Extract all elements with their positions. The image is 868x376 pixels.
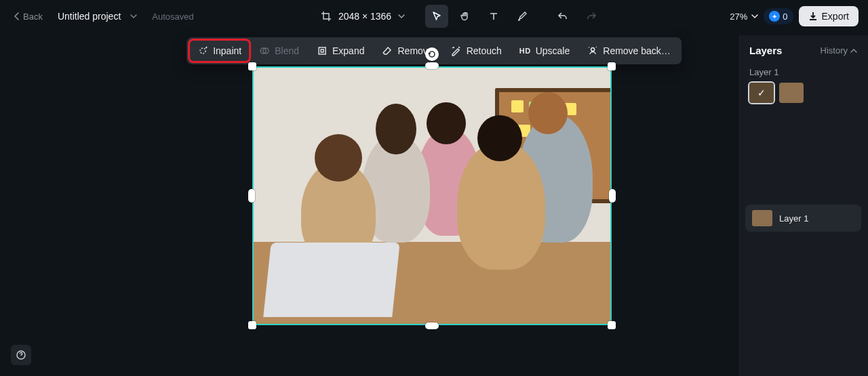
topbar-right: 27% ✦ 0 Export: [730, 6, 859, 26]
resize-handle-tl[interactable]: [248, 62, 256, 70]
zoom-control[interactable]: 27%: [730, 12, 758, 22]
tab-layers[interactable]: Layers: [749, 45, 782, 56]
dimensions-dropdown-icon: [398, 14, 405, 19]
blend-button[interactable]: Blend: [251, 40, 307, 62]
topbar-center: 2048 × 1366: [199, 5, 725, 28]
resize-handle-br[interactable]: [608, 321, 616, 329]
chevron-up-icon: [850, 48, 857, 54]
remove-bg-icon: [587, 45, 598, 56]
layer-label: Layer 1: [779, 213, 808, 224]
layer-row[interactable]: Layer 1: [745, 205, 861, 232]
svg-point-0: [200, 48, 205, 54]
inpaint-label: Inpaint: [213, 45, 241, 56]
resize-handle-mb[interactable]: [425, 322, 439, 329]
top-bar: Back Untitled project Autosaved 2048 × 1…: [0, 0, 868, 33]
chevron-down-icon: [751, 14, 758, 19]
upscale-label: Upscale: [536, 45, 570, 56]
dimensions-text: 2048 × 1366: [338, 11, 391, 22]
project-name[interactable]: Untitled project: [58, 11, 121, 22]
project-dropdown[interactable]: [130, 14, 137, 19]
expand-button[interactable]: Expand: [309, 40, 372, 62]
layer-thumbnail: [752, 210, 772, 226]
expand-icon: [317, 45, 328, 56]
right-panel: Layers History Layer 1 ✓ Layer 1: [738, 35, 868, 376]
back-button[interactable]: Back: [9, 9, 47, 24]
canvas-dimensions[interactable]: 2048 × 1366: [321, 11, 405, 22]
back-label: Back: [23, 12, 43, 22]
layer-variant-thumbs: ✓: [738, 83, 868, 103]
layer-variant-2[interactable]: [779, 83, 804, 103]
redo-button[interactable]: [580, 5, 603, 28]
topbar-left: Back Untitled project Autosaved: [9, 9, 194, 24]
eraser-icon: [382, 45, 393, 56]
crop-icon: [321, 11, 332, 22]
remove-bg-label: Remove back…: [603, 45, 671, 56]
inpaint-icon: [197, 45, 208, 56]
layer-group-name: Layer 1: [738, 63, 868, 83]
autosave-status: Autosaved: [152, 12, 193, 22]
blend-icon: [259, 45, 270, 56]
undo-button[interactable]: [551, 5, 574, 28]
canvas-selection[interactable]: [252, 66, 612, 325]
credits-count: 0: [783, 12, 787, 22]
zoom-value: 27%: [730, 12, 747, 22]
layer-variant-1[interactable]: ✓: [749, 83, 774, 103]
credits-pill[interactable]: ✦ 0: [764, 8, 793, 24]
export-button[interactable]: Export: [799, 6, 859, 26]
canvas-image[interactable]: [252, 66, 612, 325]
upscale-button[interactable]: HD Upscale: [511, 40, 578, 62]
resize-handle-ml[interactable]: [248, 189, 255, 203]
resize-handle-tr[interactable]: [608, 62, 616, 70]
help-button[interactable]: [11, 345, 31, 365]
image-content: [254, 68, 610, 324]
expand-label: Expand: [332, 45, 364, 56]
tab-history[interactable]: History: [821, 45, 857, 56]
check-icon: ✓: [749, 83, 774, 103]
download-icon: [808, 12, 818, 21]
svg-rect-3: [319, 47, 326, 54]
svg-point-4: [591, 48, 595, 51]
retouch-button[interactable]: Retouch: [443, 40, 510, 62]
select-tool[interactable]: [425, 5, 448, 28]
hand-tool[interactable]: [454, 5, 477, 28]
resize-handle-mr[interactable]: [609, 189, 616, 203]
credits-icon: ✦: [769, 11, 780, 22]
remove-background-button[interactable]: Remove back…: [579, 40, 679, 62]
panel-tabs: Layers History: [738, 35, 868, 63]
hd-icon: HD: [519, 47, 531, 55]
retouch-label: Retouch: [467, 45, 502, 56]
tab-history-label: History: [821, 45, 848, 56]
inpaint-button[interactable]: Inpaint: [189, 40, 250, 62]
blend-label: Blend: [275, 45, 299, 56]
export-label: Export: [822, 11, 849, 22]
rotate-handle[interactable]: [425, 47, 439, 61]
chevron-left-icon: [14, 12, 20, 20]
retouch-icon: [451, 45, 462, 56]
brush-tool[interactable]: [511, 5, 534, 28]
resize-handle-mt[interactable]: [425, 62, 439, 69]
resize-handle-bl[interactable]: [248, 321, 256, 329]
question-icon: [16, 350, 26, 360]
text-tool[interactable]: [482, 5, 505, 28]
